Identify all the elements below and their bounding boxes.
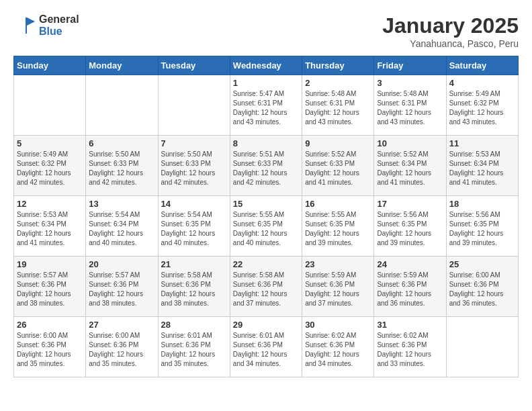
page-header: General Blue January 2025 Yanahuanca, Pa… [13, 13, 519, 49]
calendar-cell: 9 Sunrise: 5:52 AMSunset: 6:33 PMDayligh… [302, 136, 374, 196]
calendar-cell: 5 Sunrise: 5:49 AMSunset: 6:32 PMDayligh… [14, 136, 86, 196]
title-area: January 2025 Yanahuanca, Pasco, Peru [382, 13, 519, 49]
calendar-cell: 24 Sunrise: 5:59 AMSunset: 6:36 PMDaylig… [374, 257, 446, 317]
header-sunday: Sunday [14, 56, 86, 75]
day-number: 28 [161, 320, 227, 330]
calendar-cell: 7 Sunrise: 5:50 AMSunset: 6:33 PMDayligh… [158, 136, 230, 196]
header-thursday: Thursday [302, 56, 374, 75]
day-info: Sunrise: 5:53 AMSunset: 6:34 PMDaylight:… [17, 211, 71, 246]
day-info: Sunrise: 5:57 AMSunset: 6:36 PMDaylight:… [17, 271, 71, 307]
weekday-header-row: Sunday Monday Tuesday Wednesday Thursday… [14, 56, 519, 75]
day-number: 19 [17, 259, 83, 269]
day-number: 22 [233, 259, 299, 269]
day-info: Sunrise: 5:58 AMSunset: 6:36 PMDaylight:… [161, 271, 216, 307]
day-info: Sunrise: 5:49 AMSunset: 6:32 PMDaylight:… [17, 150, 71, 186]
day-number: 11 [449, 138, 515, 148]
day-info: Sunrise: 5:58 AMSunset: 6:36 PMDaylight:… [233, 271, 287, 307]
day-info: Sunrise: 5:52 AMSunset: 6:34 PMDaylight:… [377, 150, 431, 186]
calendar-cell: 11 Sunrise: 5:53 AMSunset: 6:34 PMDaylig… [446, 136, 518, 196]
day-number: 4 [449, 78, 515, 88]
day-number: 5 [17, 138, 83, 148]
calendar-cell: 15 Sunrise: 5:55 AMSunset: 6:35 PMDaylig… [230, 196, 302, 257]
day-info: Sunrise: 5:59 AMSunset: 6:36 PMDaylight:… [377, 271, 431, 307]
day-info: Sunrise: 5:57 AMSunset: 6:36 PMDaylight:… [89, 271, 143, 307]
day-info: Sunrise: 5:48 AMSunset: 6:31 PMDaylight:… [377, 90, 431, 126]
day-info: Sunrise: 6:02 AMSunset: 6:36 PMDaylight:… [305, 332, 359, 367]
day-number: 7 [161, 138, 227, 148]
calendar-cell: 2 Sunrise: 5:48 AMSunset: 6:31 PMDayligh… [302, 75, 374, 136]
calendar-cell: 28 Sunrise: 6:01 AMSunset: 6:36 PMDaylig… [158, 317, 230, 377]
calendar-cell: 17 Sunrise: 5:56 AMSunset: 6:35 PMDaylig… [374, 196, 446, 257]
calendar-cell: 29 Sunrise: 6:01 AMSunset: 6:36 PMDaylig… [230, 317, 302, 377]
week-row-2: 5 Sunrise: 5:49 AMSunset: 6:32 PMDayligh… [14, 136, 519, 196]
day-info: Sunrise: 5:52 AMSunset: 6:33 PMDaylight:… [305, 150, 359, 186]
calendar-cell: 27 Sunrise: 6:00 AMSunset: 6:36 PMDaylig… [86, 317, 158, 377]
day-info: Sunrise: 5:49 AMSunset: 6:32 PMDaylight:… [449, 90, 504, 126]
day-number: 25 [449, 259, 515, 269]
day-number: 8 [233, 138, 299, 148]
day-number: 12 [17, 199, 83, 209]
week-row-3: 12 Sunrise: 5:53 AMSunset: 6:34 PMDaylig… [14, 196, 519, 257]
calendar-cell: 20 Sunrise: 5:57 AMSunset: 6:36 PMDaylig… [86, 257, 158, 317]
day-info: Sunrise: 6:02 AMSunset: 6:36 PMDaylight:… [377, 332, 431, 367]
day-number: 26 [17, 320, 83, 330]
day-info: Sunrise: 6:00 AMSunset: 6:36 PMDaylight:… [89, 332, 143, 367]
week-row-4: 19 Sunrise: 5:57 AMSunset: 6:36 PMDaylig… [14, 257, 519, 317]
day-info: Sunrise: 5:51 AMSunset: 6:33 PMDaylight:… [233, 150, 287, 186]
day-info: Sunrise: 5:50 AMSunset: 6:33 PMDaylight:… [161, 150, 216, 186]
day-number: 27 [89, 320, 154, 330]
day-info: Sunrise: 5:54 AMSunset: 6:35 PMDaylight:… [161, 211, 216, 246]
day-number: 10 [377, 138, 443, 148]
day-number: 1 [233, 78, 299, 88]
day-number: 13 [89, 199, 154, 209]
day-number: 6 [89, 138, 154, 148]
calendar-cell: 23 Sunrise: 5:59 AMSunset: 6:36 PMDaylig… [302, 257, 374, 317]
day-number: 14 [161, 199, 227, 209]
day-info: Sunrise: 5:56 AMSunset: 6:35 PMDaylight:… [449, 211, 504, 246]
day-info: Sunrise: 6:00 AMSunset: 6:36 PMDaylight:… [449, 271, 504, 307]
calendar-cell: 3 Sunrise: 5:48 AMSunset: 6:31 PMDayligh… [374, 75, 446, 136]
day-info: Sunrise: 5:53 AMSunset: 6:34 PMDaylight:… [449, 150, 504, 186]
day-number: 16 [305, 199, 371, 209]
calendar-cell: 21 Sunrise: 5:58 AMSunset: 6:36 PMDaylig… [158, 257, 230, 317]
calendar-cell: 12 Sunrise: 5:53 AMSunset: 6:34 PMDaylig… [14, 196, 86, 257]
header-saturday: Saturday [446, 56, 518, 75]
day-number: 20 [89, 259, 154, 269]
calendar-cell [86, 75, 158, 136]
calendar-cell [446, 317, 518, 377]
day-info: Sunrise: 5:55 AMSunset: 6:35 PMDaylight:… [233, 211, 287, 246]
calendar-cell: 10 Sunrise: 5:52 AMSunset: 6:34 PMDaylig… [374, 136, 446, 196]
logo: General Blue [13, 13, 79, 37]
calendar-cell: 1 Sunrise: 5:47 AMSunset: 6:31 PMDayligh… [230, 75, 302, 136]
day-info: Sunrise: 5:55 AMSunset: 6:35 PMDaylight:… [305, 211, 359, 246]
calendar-cell: 8 Sunrise: 5:51 AMSunset: 6:33 PMDayligh… [230, 136, 302, 196]
calendar-cell [158, 75, 230, 136]
day-number: 24 [377, 259, 443, 269]
day-number: 21 [161, 259, 227, 269]
calendar-cell: 13 Sunrise: 5:54 AMSunset: 6:34 PMDaylig… [86, 196, 158, 257]
week-row-5: 26 Sunrise: 6:00 AMSunset: 6:36 PMDaylig… [14, 317, 519, 377]
calendar-cell: 19 Sunrise: 5:57 AMSunset: 6:36 PMDaylig… [14, 257, 86, 317]
day-number: 23 [305, 259, 371, 269]
logo-general-text: General [39, 13, 79, 26]
calendar-subtitle: Yanahuanca, Pasco, Peru [382, 38, 519, 49]
day-info: Sunrise: 6:01 AMSunset: 6:36 PMDaylight:… [161, 332, 216, 367]
calendar-cell: 30 Sunrise: 6:02 AMSunset: 6:36 PMDaylig… [302, 317, 374, 377]
svg-rect-1 [26, 17, 27, 34]
header-tuesday: Tuesday [158, 56, 230, 75]
day-number: 17 [377, 199, 443, 209]
calendar-cell: 16 Sunrise: 5:55 AMSunset: 6:35 PMDaylig… [302, 196, 374, 257]
calendar-table: Sunday Monday Tuesday Wednesday Thursday… [13, 56, 519, 377]
calendar-cell: 18 Sunrise: 5:56 AMSunset: 6:35 PMDaylig… [446, 196, 518, 257]
calendar-cell: 25 Sunrise: 6:00 AMSunset: 6:36 PMDaylig… [446, 257, 518, 317]
day-info: Sunrise: 5:50 AMSunset: 6:33 PMDaylight:… [89, 150, 143, 186]
day-number: 3 [377, 78, 443, 88]
day-number: 30 [305, 320, 371, 330]
day-number: 18 [449, 199, 515, 209]
calendar-cell: 26 Sunrise: 6:00 AMSunset: 6:36 PMDaylig… [14, 317, 86, 377]
day-info: Sunrise: 5:48 AMSunset: 6:31 PMDaylight:… [305, 90, 359, 126]
header-friday: Friday [374, 56, 446, 75]
calendar-cell: 4 Sunrise: 5:49 AMSunset: 6:32 PMDayligh… [446, 75, 518, 136]
day-info: Sunrise: 5:54 AMSunset: 6:34 PMDaylight:… [89, 211, 143, 246]
calendar-title: January 2025 [382, 13, 519, 38]
